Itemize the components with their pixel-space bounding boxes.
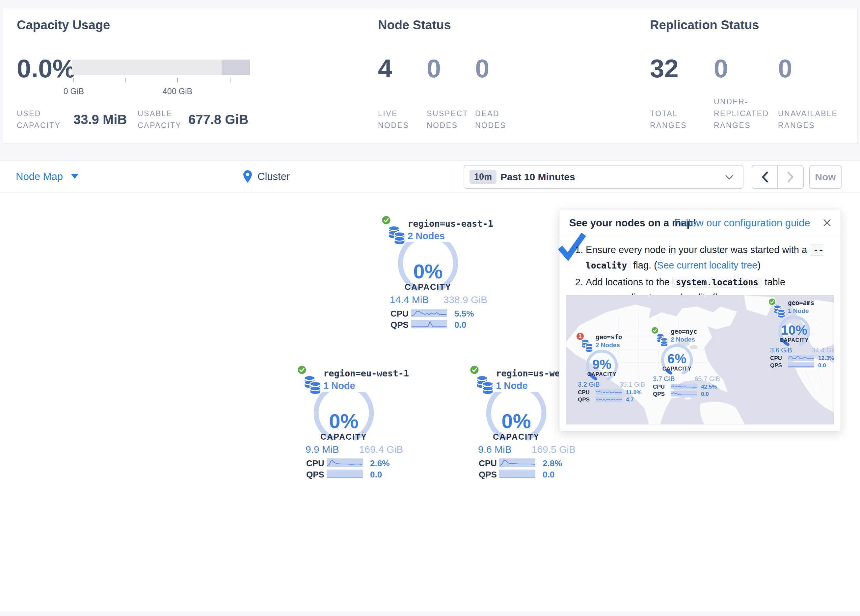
under-replicated-ranges-label: UNDER-REPLICATED RANGES: [714, 96, 776, 131]
example-node-map-image: 1 geo=sfo 2 Nodes: [566, 295, 834, 425]
chevron-down-icon: [71, 174, 79, 179]
now-button[interactable]: Now: [809, 165, 841, 189]
qps-sparkline: [499, 470, 535, 478]
capacity-axis-tick: [177, 78, 178, 82]
cpu-label: CPU: [770, 355, 782, 362]
capacity-gauge-percent: 10%: [769, 323, 819, 338]
close-icon[interactable]: [822, 218, 832, 229]
qps-metric-row: QPS 0.0: [391, 320, 489, 329]
capacity-gauge-label: CAPACITY: [308, 432, 380, 442]
usable-capacity-value: 677.8 GiB: [188, 112, 248, 127]
locality-name: geo=sfo: [596, 333, 622, 340]
cpu-sparkline: [596, 389, 622, 395]
time-range-selector[interactable]: 10m Past 10 Minutes: [464, 165, 744, 189]
map-locality-nyc: geo=nyc 2 Nodes 6% CAPACITY 3.7 GiB 65.7…: [651, 326, 723, 396]
capacity-axis-tick: [74, 78, 74, 82]
view-selector-dropdown[interactable]: Node Map: [16, 171, 79, 183]
locality-card-eu-west-1[interactable]: region=eu-west-1 1 Node 0% CAPACITY 9.9 …: [291, 362, 405, 479]
locality-name: geo=nyc: [671, 328, 697, 335]
qps-value: 0.0: [454, 320, 466, 330]
unavailable-ranges-value: 0: [778, 53, 792, 83]
capacity-usage-bar: [72, 60, 250, 75]
qps-metric-row: QPS 4.7: [578, 397, 647, 403]
suspect-nodes-label: SUSPECT NODES: [427, 108, 469, 131]
qps-value: 0.0: [701, 391, 709, 398]
time-step-buttons: [752, 165, 804, 189]
locality-card-us-east-1[interactable]: region=us-east-1 2 Nodes 0% CAPACITY 14.…: [375, 213, 489, 329]
cpu-sparkline: [788, 355, 814, 361]
breadcrumb-cluster[interactable]: Cluster: [257, 171, 290, 183]
capacity-total-value: 169.4 GiB: [357, 444, 403, 455]
qps-metric-row: QPS 0.0: [653, 391, 722, 397]
nodes-on-map-popup: See your nodes on a map! Follow our conf…: [559, 210, 841, 431]
step-text: ): [757, 260, 761, 271]
qps-sparkline: [326, 470, 363, 478]
unavailable-ranges-label: UNAVAILABLE RANGES: [778, 108, 844, 131]
cpu-metric-row: CPU 11.0%: [578, 389, 647, 395]
chevron-down-icon: [725, 175, 734, 181]
time-range-label: Past 10 Minutes: [501, 171, 575, 183]
total-ranges-label: TOTAL RANGES: [650, 108, 694, 131]
capacity-nonusable-segment: [221, 60, 250, 75]
qps-sparkline: [788, 362, 814, 368]
chevron-right-icon: [786, 171, 794, 183]
cluster-summary-panel: Capacity Usage 0.0% 0 GiB 400 GiB USED C…: [3, 8, 857, 143]
cpu-label: CPU: [391, 309, 409, 319]
replication-status-title: Replication Status: [650, 18, 759, 32]
under-replicated-ranges-value: 0: [714, 53, 728, 83]
qps-sparkline: [411, 320, 447, 328]
qps-value: 0.0: [818, 362, 826, 369]
healthy-check-icon: [469, 365, 479, 376]
capacity-used-value: 3.6 GiB: [770, 346, 792, 354]
node-status-title: Node Status: [378, 18, 451, 32]
qps-label: QPS: [391, 320, 409, 330]
locality-node-count: 1 Node: [788, 307, 809, 315]
capacity-used-value: 9.9 MiB: [306, 444, 339, 455]
qps-value: 0.0: [543, 470, 554, 480]
cpu-sparkline: [499, 458, 535, 467]
cpu-value: 12.3%: [818, 355, 834, 362]
view-selector-label: Node Map: [16, 171, 63, 182]
locality-node-count: 2 Nodes: [596, 342, 620, 349]
capacity-used-value: 14.4 MiB: [390, 294, 429, 306]
cpu-label: CPU: [306, 458, 324, 469]
qps-sparkline: [596, 397, 622, 402]
time-step-back-button[interactable]: [752, 166, 777, 188]
cpu-metric-row: CPU 12.3%: [770, 355, 834, 361]
map-toolbar: Node Map Cluster 10m Past 10 Minutes Now: [0, 160, 860, 193]
capacity-gauge-label: CAPACITY: [652, 366, 701, 372]
capacity-usage-title: Capacity Usage: [17, 18, 110, 32]
locality-name: geo=ams: [788, 299, 814, 306]
locality-node-count: 2 Nodes: [671, 336, 695, 343]
cpu-metric-row: CPU 42.5%: [653, 384, 722, 390]
configuration-guide-link[interactable]: Follow our configuration guide: [674, 217, 810, 229]
capacity-gauge-percent: 6%: [652, 351, 701, 366]
cpu-label: CPU: [479, 458, 497, 469]
capacity-gauge-label: CAPACITY: [480, 432, 552, 442]
cpu-label: CPU: [653, 384, 665, 390]
locality-tree-link[interactable]: See current locality tree: [657, 260, 758, 271]
qps-label: QPS: [479, 470, 497, 480]
locality-node-count: 1 Node: [496, 380, 528, 391]
qps-metric-row: QPS 0.0: [306, 470, 405, 479]
cpu-metric-row: CPU 5.5%: [391, 309, 489, 318]
qps-sparkline: [671, 391, 697, 397]
qps-value: 0.0: [370, 470, 382, 480]
node-map-canvas: region=us-east-1 2 Nodes 0% CAPACITY 14.…: [0, 193, 860, 611]
qps-label: QPS: [653, 391, 665, 398]
capacity-total-value: 65.7 GiB: [684, 375, 720, 383]
popup-step-1: Ensure every node in your cluster was st…: [586, 242, 829, 273]
locality-node-count: 1 Node: [323, 380, 355, 391]
capacity-gauge-percent: 0%: [392, 260, 464, 283]
capacity-total-value: 35.1 GiB: [609, 381, 645, 388]
capacity-gauge-label: CAPACITY: [392, 282, 464, 292]
capacity-gauge-percent: 0%: [480, 409, 552, 433]
qps-metric-row: QPS 0.0: [770, 362, 834, 368]
healthy-check-icon: [297, 365, 307, 376]
step-text: Add locations to the: [586, 277, 672, 287]
time-step-forward-button[interactable]: [777, 166, 803, 188]
capacity-gauge-percent: 9%: [577, 357, 626, 372]
capacity-total-value: 34.4 GiB: [801, 346, 834, 354]
map-locality-ams: geo=ams 1 Node 10% CAPACITY 3.6 GiB 34.4…: [768, 298, 834, 368]
map-locality-sfo: 1 geo=sfo 2 Nodes: [576, 332, 648, 402]
